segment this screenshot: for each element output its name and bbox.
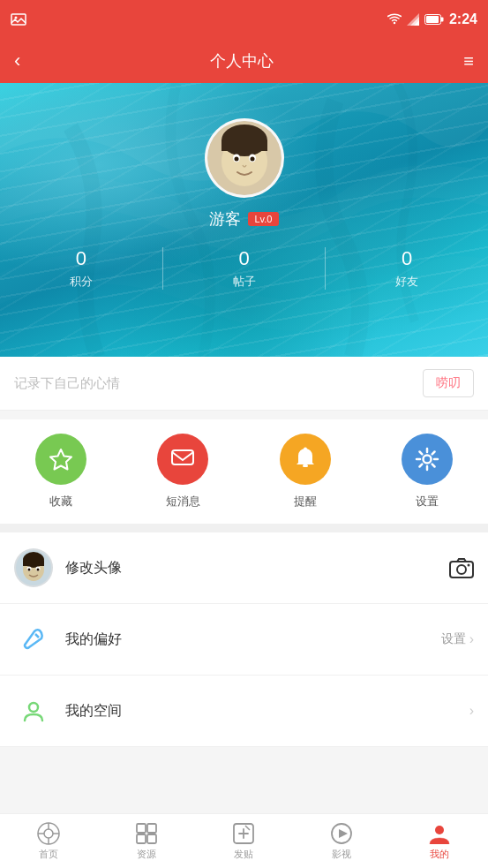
message-icon <box>170 449 195 470</box>
svg-line-33 <box>35 634 39 638</box>
mood-placeholder[interactable]: 记录下自己的心情 <box>14 375 120 392</box>
user-info-row: 游客 Lv.0 <box>209 208 280 230</box>
nav-mine[interactable]: 我的 <box>390 814 488 868</box>
svg-marker-17 <box>50 449 71 470</box>
settings-icon-bg <box>402 434 453 485</box>
stat-posts-value: 0 <box>238 247 249 270</box>
header: ‹ 个人中心 ≡ <box>0 39 488 83</box>
svg-rect-43 <box>137 834 146 843</box>
mood-area: 记录下自己的心情 唠叨 <box>0 357 488 411</box>
my-space-chevron: › <box>469 703 474 719</box>
resources-icon <box>135 822 158 845</box>
avatar-small-image <box>16 550 51 585</box>
video-icon <box>330 822 353 845</box>
camera-icon <box>449 557 474 578</box>
signal-icon <box>407 13 419 26</box>
stat-posts: 0 帖子 <box>163 247 327 290</box>
stat-friends-value: 0 <box>402 247 412 270</box>
preferences-right: 设置 › <box>441 631 474 647</box>
my-space-label: 我的空间 <box>65 702 469 721</box>
menu-item-edit-avatar[interactable]: 修改头像 <box>0 532 488 604</box>
wrench-icon <box>22 628 45 651</box>
settings-label: 设置 <box>416 494 439 509</box>
status-bar-right: 2:24 <box>387 11 477 27</box>
username: 游客 <box>209 208 241 230</box>
nav-post-label: 发贴 <box>234 848 253 861</box>
stat-posts-label: 帖子 <box>233 274 256 290</box>
stat-score-value: 0 <box>76 247 86 270</box>
svg-rect-41 <box>137 824 146 833</box>
action-settings[interactable]: 设置 <box>402 434 453 509</box>
edit-avatar-label: 修改头像 <box>65 559 449 577</box>
my-space-icon <box>14 691 53 730</box>
person-icon <box>22 699 45 722</box>
svg-rect-19 <box>303 464 308 467</box>
status-time: 2:24 <box>449 11 477 27</box>
gear-icon <box>415 447 439 472</box>
stats-row: 0 积分 0 帖子 0 好友 <box>0 247 488 290</box>
image-icon <box>11 13 26 26</box>
preferences-icon <box>14 620 53 659</box>
svg-rect-18 <box>172 450 193 464</box>
my-space-right: › <box>469 703 474 719</box>
svg-point-34 <box>29 703 38 712</box>
svg-rect-44 <box>147 834 156 843</box>
back-button[interactable]: ‹ <box>14 49 20 72</box>
menu-button[interactable]: ≡ <box>463 51 474 72</box>
preferences-label: 我的偏好 <box>65 630 441 649</box>
level-badge: Lv.0 <box>248 212 280 226</box>
svg-rect-0 <box>11 14 26 25</box>
post-icon <box>232 822 255 845</box>
favorites-icon-bg <box>35 434 86 485</box>
svg-rect-12 <box>221 140 267 151</box>
preferences-chevron: › <box>469 631 474 647</box>
divider-1 <box>0 524 488 532</box>
page-title: 个人中心 <box>210 50 274 72</box>
avatar[interactable] <box>205 118 284 198</box>
svg-point-36 <box>44 829 53 838</box>
nav-resources[interactable]: 资源 <box>98 814 196 868</box>
svg-point-31 <box>457 565 466 574</box>
svg-point-20 <box>304 448 307 451</box>
star-icon <box>49 447 73 472</box>
nav-home-label: 首页 <box>39 848 58 861</box>
menu-item-my-space[interactable]: 我的空间 › <box>0 676 488 747</box>
bell-icon <box>295 447 316 472</box>
svg-rect-42 <box>147 824 156 833</box>
top-bar: 2:24 ‹ 个人中心 ≡ <box>0 0 488 83</box>
stat-score-label: 积分 <box>70 274 93 290</box>
nav-post[interactable]: 发贴 <box>195 814 293 868</box>
nav-home[interactable]: 首页 <box>0 814 98 868</box>
stat-friends-label: 好友 <box>395 274 418 290</box>
action-favorites[interactable]: 收藏 <box>35 434 86 509</box>
bottom-nav: 首页 资源 发贴 影视 我的 <box>0 813 488 868</box>
menu-item-preferences[interactable]: 我的偏好 设置 › <box>0 604 488 676</box>
wifi-icon <box>387 13 402 26</box>
action-messages[interactable]: 短消息 <box>157 434 208 509</box>
svg-rect-6 <box>426 16 439 23</box>
svg-point-32 <box>468 564 470 567</box>
quick-actions: 收藏 短消息 提醒 设置 <box>0 419 488 524</box>
nav-video[interactable]: 影视 <box>293 814 391 868</box>
nav-mine-label: 我的 <box>430 848 449 861</box>
status-bar: 2:24 <box>0 0 488 39</box>
menu-list: 修改头像 我的偏好 设置 › <box>0 532 488 747</box>
svg-point-15 <box>234 157 238 162</box>
mood-button[interactable]: 唠叨 <box>423 369 474 397</box>
nav-resources-label: 资源 <box>137 848 156 861</box>
reminders-icon-bg <box>280 434 331 485</box>
nav-video-label: 影视 <box>332 848 351 861</box>
svg-point-21 <box>423 456 431 464</box>
status-bar-left <box>11 13 26 26</box>
home-icon <box>37 822 60 845</box>
stat-score: 0 积分 <box>0 247 163 290</box>
mine-icon <box>428 822 451 845</box>
svg-point-28 <box>28 569 31 571</box>
svg-marker-49 <box>339 829 348 838</box>
svg-rect-7 <box>440 18 443 22</box>
svg-point-16 <box>250 157 254 162</box>
action-reminders[interactable]: 提醒 <box>280 434 331 509</box>
avatar-image <box>207 121 282 195</box>
messages-label: 短消息 <box>166 494 200 509</box>
svg-rect-25 <box>23 561 44 566</box>
